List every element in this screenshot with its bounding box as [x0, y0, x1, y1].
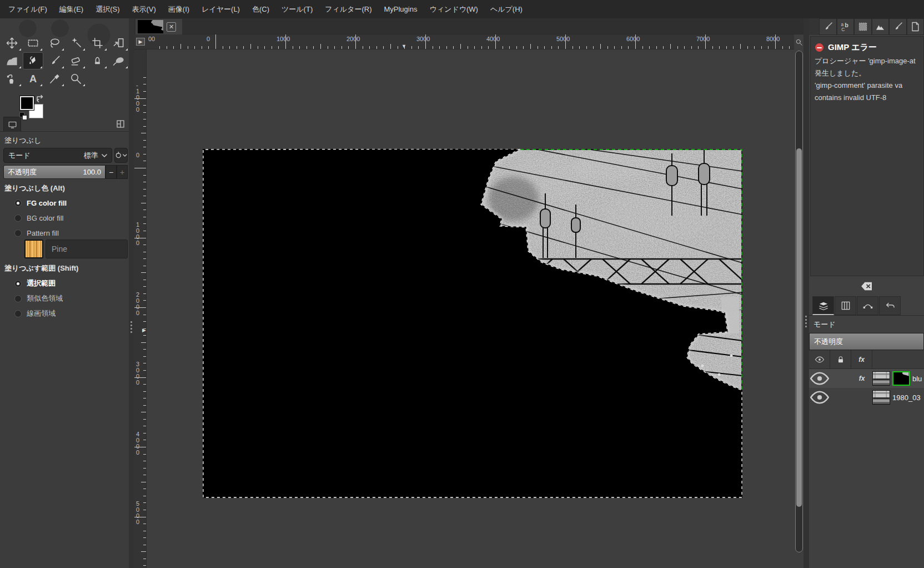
menu-9[interactable]: フィルター(R): [319, 0, 378, 18]
layer-opacity-slider[interactable]: 不透明度: [809, 333, 924, 350]
layers-tab[interactable]: [812, 296, 834, 315]
tool-options-tab[interactable]: [3, 117, 21, 132]
close-icon[interactable]: ✕: [167, 22, 176, 32]
menu-10[interactable]: MyPlugins: [378, 0, 423, 18]
menu-7[interactable]: 色(C): [246, 0, 275, 18]
pattern-swatch[interactable]: [24, 240, 43, 258]
tab-menu-icon[interactable]: [117, 120, 124, 128]
swap-colors-icon[interactable]: [36, 94, 44, 102]
eraser-tool-button[interactable]: [66, 52, 86, 69]
layer-name[interactable]: 1980_03: [892, 393, 921, 402]
warp-transform-tool-button[interactable]: [2, 52, 22, 69]
patterns-dock-button[interactable]: [854, 18, 872, 35]
layer-list-header: fx: [809, 350, 924, 369]
menu-4[interactable]: 表示(V): [126, 0, 162, 18]
ruler-tick: [684, 46, 685, 49]
fill-area-option-2[interactable]: 類似色領域: [14, 293, 63, 304]
ruler-tick: [544, 46, 545, 49]
images-dock-button[interactable]: [872, 18, 890, 35]
image-tab[interactable]: ✕: [135, 19, 182, 34]
layer-row-1980_03[interactable]: 1980_03: [809, 388, 924, 407]
toolbox-panel: A 塗りつぶし モード 標準 不透明度: [0, 18, 129, 568]
menu-6[interactable]: レイヤー(L): [195, 0, 246, 18]
free-select-tool-button[interactable]: [44, 34, 65, 52]
document-dock-button[interactable]: [907, 18, 924, 35]
menu-1[interactable]: ファイル(F): [2, 0, 53, 18]
eye-icon[interactable]: [809, 387, 830, 408]
ruler-tick: [141, 482, 146, 482]
menu-8[interactable]: ツール(T): [275, 0, 319, 18]
default-colors-icon[interactable]: [19, 112, 28, 120]
effects-header-label[interactable]: fx: [851, 350, 872, 369]
paths-tab-tab[interactable]: [857, 296, 878, 315]
unified-transform-tool-button[interactable]: [108, 34, 129, 52]
layer-thumbnail[interactable]: [872, 390, 890, 405]
layer-thumbnail[interactable]: [872, 371, 890, 386]
lock-header-icon[interactable]: [830, 350, 851, 369]
ruler-tick: [418, 46, 419, 49]
undo-history-tab[interactable]: [879, 296, 901, 315]
move-tool-tool-button[interactable]: [2, 34, 22, 52]
ruler-tick: [143, 419, 146, 420]
menu-5[interactable]: 画像(I): [162, 0, 195, 18]
opacity-slider[interactable]: 不透明度 100.0: [3, 165, 106, 179]
mode-reset-button[interactable]: [114, 148, 128, 163]
paintbrush-dock-button[interactable]: [819, 18, 837, 35]
rectangle-select-tool-button[interactable]: [23, 34, 43, 52]
color-picker-tool-button[interactable]: [44, 70, 65, 87]
fonts-dock-button[interactable]: abC: [837, 18, 855, 35]
layer-mode-row[interactable]: モード: [809, 315, 924, 333]
ruler-tick: [460, 44, 461, 49]
layer-fx-badge[interactable]: fx: [851, 375, 872, 382]
fill-type-option-3[interactable]: Pattern fill: [14, 227, 59, 238]
left-panel-splitter[interactable]: [129, 18, 134, 568]
smudge-tool-button[interactable]: [108, 52, 129, 69]
paths-tool-button[interactable]: [2, 70, 22, 87]
color-picker-icon: [62, 84, 64, 86]
right-dock: abC GIMP エラー プロシージャー 'gimp-image-at発生しまし…: [809, 18, 924, 568]
paintbrush-tool-button[interactable]: [44, 52, 65, 69]
layer-row-blu[interactable]: fxblu: [809, 369, 924, 388]
foreground-color-swatch[interactable]: [19, 96, 34, 111]
mode-dropdown[interactable]: モード 標準: [3, 148, 112, 163]
ruler-tick: [143, 405, 146, 406]
vertical-scrollbar[interactable]: [795, 51, 803, 552]
layer-name[interactable]: blu: [912, 375, 922, 383]
menu-12[interactable]: ヘルプ(H): [484, 0, 529, 18]
paintbrush-dock-button[interactable]: [889, 18, 907, 35]
fill-type-option-1[interactable]: FG color fill: [14, 197, 67, 208]
clear-errors-button[interactable]: [861, 281, 873, 291]
fill-type-option-2[interactable]: BG color fill: [14, 212, 63, 223]
bucket-fill-tool-button[interactable]: [23, 52, 43, 69]
focus-image-icon[interactable]: ▶: [136, 38, 145, 46]
ruler-tick: [143, 356, 146, 357]
text-tool-button[interactable]: A: [23, 70, 43, 87]
fuzzy-select-tool-button[interactable]: [66, 34, 86, 52]
zoom-tool-tool-button[interactable]: [66, 70, 86, 87]
visibility-header-eye-icon[interactable]: [809, 350, 830, 369]
pointer-position-marker-v: ▶: [142, 327, 146, 333]
opacity-increase-button[interactable]: +: [117, 165, 128, 179]
menu-11[interactable]: ウィンドウ(W): [423, 0, 484, 18]
fill-area-option-1[interactable]: 選択範囲: [14, 278, 56, 289]
tool-options-title: 塗りつぶし: [4, 136, 41, 146]
fuzzy-select-icon: [83, 48, 85, 51]
right-panel-splitter[interactable]: [804, 18, 809, 568]
canvas[interactable]: [203, 149, 742, 498]
layer-mask-thumbnail[interactable]: [892, 371, 910, 386]
menu-3[interactable]: 選択(S): [89, 0, 125, 18]
zoom-tool-icon: [83, 84, 85, 86]
channels-tab[interactable]: [835, 296, 856, 315]
opacity-decrease-button[interactable]: −: [106, 165, 117, 179]
zoom-follow-window-icon[interactable]: [794, 34, 804, 49]
crop-tool-button[interactable]: [87, 34, 108, 52]
pattern-name[interactable]: Pine: [46, 240, 128, 258]
clone-tool-button[interactable]: [87, 52, 108, 69]
ruler-tick: [143, 161, 146, 161]
menu-2[interactable]: 編集(E): [53, 0, 89, 18]
ruler-tick: [278, 46, 279, 49]
fill-area-option-3[interactable]: 線画領域: [14, 308, 56, 319]
vertical-scrollbar-thumb[interactable]: [796, 148, 802, 507]
ruler-tick: [698, 46, 699, 49]
eye-icon[interactable]: [809, 368, 830, 389]
